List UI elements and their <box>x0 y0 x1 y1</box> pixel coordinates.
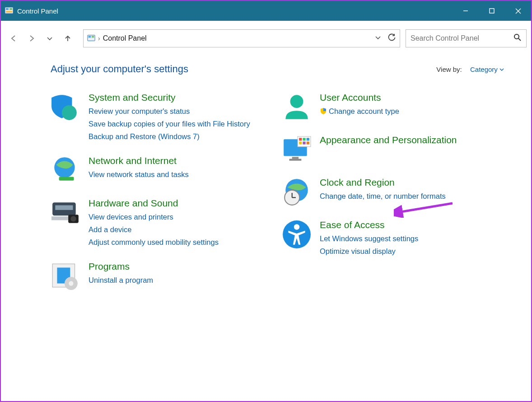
up-button[interactable] <box>60 30 76 47</box>
category-programs[interactable]: Programs <box>89 261 153 272</box>
content-area: Adjust your computer's settings View by:… <box>1 51 531 304</box>
sub-file-history[interactable]: Save backup copies of your files with Fi… <box>89 117 250 130</box>
search-icon[interactable] <box>513 33 522 43</box>
sub-date-time-formats[interactable]: Change date, time, or number formats <box>320 190 446 202</box>
category-network-internet[interactable]: Network and Internet <box>89 155 189 166</box>
category-system-security[interactable]: System and Security <box>89 92 250 103</box>
history-dropdown[interactable] <box>42 30 58 47</box>
address-bar-dropdown[interactable] <box>374 34 382 43</box>
sub-change-account-type[interactable]: Change account type <box>320 105 399 117</box>
category-ease-of-access[interactable]: Ease of Access <box>320 220 418 230</box>
view-by-dropdown[interactable]: Category <box>470 65 504 73</box>
breadcrumb-current[interactable]: Control Panel <box>100 34 149 42</box>
category-user-accounts[interactable]: User Accounts <box>320 92 399 103</box>
appearance-personalization-icon <box>282 135 312 164</box>
window-title: Control Panel <box>17 7 58 15</box>
svg-rect-10 <box>92 36 94 38</box>
sub-add-device[interactable]: Add a device <box>89 223 219 236</box>
network-internet-icon <box>51 155 80 185</box>
svg-point-11 <box>514 34 519 39</box>
sub-network-status[interactable]: View network status and tasks <box>89 168 189 181</box>
svg-rect-3 <box>6 11 12 13</box>
sub-mobility-settings[interactable]: Adjust commonly used mobility settings <box>89 236 219 248</box>
address-bar[interactable]: › Control Panel <box>83 29 400 47</box>
svg-rect-35 <box>307 141 309 144</box>
svg-rect-30 <box>299 138 302 140</box>
page-title: Adjust your computer's settings <box>51 63 188 75</box>
svg-rect-32 <box>307 138 309 140</box>
svg-rect-5 <box>490 9 494 13</box>
back-button[interactable] <box>5 30 22 47</box>
maximize-button[interactable] <box>479 1 505 21</box>
svg-rect-9 <box>89 36 91 38</box>
clock-region-icon <box>282 177 312 207</box>
category-hardware-sound[interactable]: Hardware and Sound <box>89 198 219 209</box>
view-by: View by: Category <box>436 65 504 73</box>
svg-point-25 <box>290 95 303 108</box>
control-panel-icon <box>5 6 14 15</box>
svg-rect-33 <box>299 141 302 144</box>
category-appearance-personalization[interactable]: Appearance and Personalization <box>320 135 457 145</box>
refresh-button[interactable] <box>388 33 396 43</box>
hardware-sound-icon <box>51 198 80 228</box>
search-box[interactable] <box>406 29 527 47</box>
sub-review-status[interactable]: Review your computer's status <box>89 105 250 117</box>
control-panel-icon <box>87 34 95 42</box>
minimize-button[interactable] <box>453 1 479 21</box>
svg-rect-2 <box>9 8 12 10</box>
view-by-label: View by: <box>436 65 462 73</box>
user-accounts-icon <box>282 92 312 122</box>
sub-uninstall-program[interactable]: Uninstall a program <box>89 274 153 286</box>
sub-backup-restore[interactable]: Backup and Restore (Windows 7) <box>89 130 250 143</box>
svg-rect-27 <box>292 157 299 159</box>
uac-shield-icon <box>320 106 327 113</box>
svg-line-12 <box>518 38 521 41</box>
svg-point-20 <box>70 216 76 221</box>
category-clock-region[interactable]: Clock and Region <box>320 177 446 188</box>
svg-rect-28 <box>289 159 302 161</box>
toolbar: › Control Panel <box>1 26 531 51</box>
svg-rect-17 <box>55 206 73 210</box>
titlebar: Control Panel <box>1 1 531 21</box>
forward-button[interactable] <box>23 30 40 47</box>
system-security-icon <box>51 92 80 122</box>
programs-icon <box>51 261 80 291</box>
svg-rect-1 <box>6 8 9 10</box>
svg-point-13 <box>62 105 77 120</box>
sub-optimize-visual[interactable]: Optimize visual display <box>320 245 418 257</box>
svg-rect-34 <box>303 141 305 144</box>
svg-rect-15 <box>59 177 74 180</box>
svg-point-41 <box>294 224 299 229</box>
svg-point-24 <box>69 281 73 285</box>
sub-let-windows-suggest[interactable]: Let Windows suggest settings <box>320 232 418 245</box>
close-button[interactable] <box>505 1 531 21</box>
search-input[interactable] <box>411 34 513 42</box>
sub-devices-printers[interactable]: View devices and printers <box>89 210 219 223</box>
ease-of-access-icon <box>282 220 312 249</box>
svg-rect-31 <box>303 138 305 140</box>
